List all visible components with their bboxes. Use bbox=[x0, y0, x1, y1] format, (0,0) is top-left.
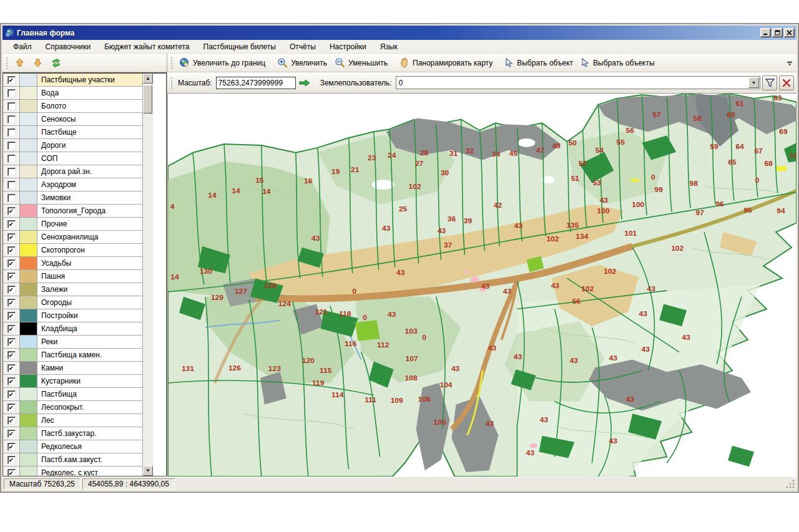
layer-label[interactable]: Лесопокрыт. bbox=[37, 401, 142, 414]
layer-label[interactable]: Кустарники bbox=[37, 375, 142, 387]
layer-row[interactable]: ✔Пастбища bbox=[3, 388, 142, 401]
apply-scale-button[interactable] bbox=[296, 77, 313, 89]
close-button[interactable] bbox=[784, 28, 795, 37]
layer-checkbox[interactable]: ✔ bbox=[7, 299, 16, 307]
layer-checkbox[interactable]: ✔ bbox=[7, 233, 16, 241]
layer-label[interactable]: Пашня bbox=[37, 270, 142, 283]
layer-label[interactable]: Пастб.кам.закуст. bbox=[37, 453, 142, 466]
layer-checkbox[interactable]: ✔ bbox=[7, 312, 16, 320]
combo-dropdown-icon[interactable]: ▼ bbox=[748, 77, 759, 88]
layer-label[interactable]: СОП bbox=[37, 152, 142, 165]
layer-checkbox[interactable]: ✔ bbox=[7, 76, 16, 84]
layer-row[interactable]: ✔Камни bbox=[3, 362, 142, 375]
layer-row[interactable]: ✔Кустарники bbox=[3, 375, 142, 388]
landuser-combobox[interactable]: 0 ▼ bbox=[396, 76, 760, 89]
layer-label[interactable]: Кладбища bbox=[37, 322, 142, 335]
layer-checkbox[interactable]: ✔ bbox=[7, 430, 16, 438]
layer-label[interactable]: Дорога рай.зн. bbox=[37, 165, 142, 178]
layer-row[interactable]: ✔Прочие bbox=[3, 218, 142, 231]
layer-checkbox[interactable]: ✔ bbox=[7, 338, 16, 346]
layer-row[interactable]: ✔Пастбища камен. bbox=[3, 349, 142, 362]
toolbar-grip[interactable] bbox=[170, 77, 172, 89]
layer-row[interactable]: ✔Сенохранилища bbox=[3, 231, 142, 244]
layer-checkbox[interactable]: ✔ bbox=[7, 259, 16, 268]
layer-row[interactable]: ✔Огороды bbox=[3, 296, 142, 309]
layer-label[interactable]: Усадьбы bbox=[37, 257, 142, 269]
toolbar-grip[interactable] bbox=[6, 57, 7, 69]
scroll-thumb[interactable] bbox=[143, 85, 152, 114]
toolbar-grip[interactable] bbox=[170, 57, 172, 69]
layer-row[interactable]: СОП bbox=[3, 152, 142, 165]
layer-refresh-button[interactable] bbox=[47, 57, 66, 69]
layer-checkbox[interactable] bbox=[7, 181, 16, 189]
layer-label[interactable]: Редколес. с куст bbox=[37, 467, 142, 476]
layer-row[interactable]: ✔Лес bbox=[3, 414, 142, 427]
layer-label[interactable]: Сенохранилища bbox=[37, 231, 142, 243]
menu-item[interactable]: Пастбищные билеты bbox=[197, 41, 283, 53]
layer-checkbox[interactable] bbox=[7, 128, 16, 137]
layer-label[interactable]: Реки bbox=[37, 336, 142, 348]
layer-label[interactable]: Залежи bbox=[37, 283, 142, 296]
layer-row[interactable]: Пастбище bbox=[3, 126, 142, 139]
layer-label[interactable]: Огороды bbox=[37, 296, 142, 309]
layer-row[interactable]: ✔Пастбищные участки bbox=[3, 74, 142, 87]
layer-row[interactable]: Дорога рай.зн. bbox=[3, 165, 142, 178]
layer-checkbox[interactable]: ✔ bbox=[7, 417, 16, 425]
scale-input[interactable] bbox=[216, 77, 296, 89]
layer-row[interactable]: ✔Лесопокрыт. bbox=[3, 401, 142, 414]
zoom-out-button[interactable]: Уменьшить bbox=[331, 56, 391, 69]
layer-scrollbar[interactable]: ▲ ▼ bbox=[142, 74, 153, 476]
layer-label[interactable]: Пастбище bbox=[37, 126, 142, 138]
layer-label[interactable]: Пастбищные участки bbox=[37, 74, 142, 86]
layer-checkbox[interactable] bbox=[7, 194, 16, 202]
layer-checkbox[interactable] bbox=[7, 168, 16, 176]
layer-row[interactable]: ✔Постройки bbox=[3, 309, 142, 322]
layer-row[interactable]: ✔Кладбища bbox=[3, 322, 142, 336]
layer-checkbox[interactable]: ✔ bbox=[7, 443, 16, 451]
layer-checkbox[interactable] bbox=[7, 102, 16, 110]
layer-label[interactable]: Редколесья bbox=[37, 440, 142, 453]
layer-label[interactable]: Постройки bbox=[37, 309, 142, 322]
scroll-down-icon[interactable]: ▼ bbox=[143, 466, 153, 476]
layer-checkbox[interactable]: ✔ bbox=[7, 286, 16, 294]
layer-label[interactable]: Пастбища камен. bbox=[37, 349, 142, 361]
layer-row[interactable]: Вода bbox=[3, 87, 142, 100]
layer-label[interactable]: Дороги bbox=[37, 139, 142, 152]
layer-label[interactable]: Аэродром bbox=[37, 178, 142, 191]
layer-checkbox[interactable]: ✔ bbox=[7, 220, 16, 228]
layer-row[interactable]: ✔Редколесья bbox=[3, 440, 142, 453]
toolbar-overflow-icon[interactable]: ▬▾ bbox=[785, 56, 794, 70]
zoom-extent-button[interactable]: Увеличить до границ bbox=[175, 56, 269, 69]
layer-label[interactable]: Зимовки bbox=[37, 191, 142, 204]
pan-button[interactable]: Панорамировать карту bbox=[396, 56, 496, 69]
layer-checkbox[interactable]: ✔ bbox=[7, 377, 16, 385]
scroll-up-icon[interactable]: ▲ bbox=[143, 74, 153, 84]
map-viewport[interactable]: 4141415141619212324272830313210225363943… bbox=[167, 94, 797, 476]
menu-item[interactable]: Отчёты bbox=[283, 41, 323, 53]
layer-row[interactable]: ✔Реки bbox=[3, 336, 142, 349]
menu-item[interactable]: Бюджет жайыт комитета bbox=[97, 41, 196, 53]
layer-row[interactable]: ✔Пастб.закустар. bbox=[3, 427, 142, 440]
layer-checkbox[interactable] bbox=[7, 89, 16, 97]
layer-label[interactable]: Пастб.закустар. bbox=[37, 427, 142, 440]
menu-item[interactable]: Язык bbox=[373, 41, 404, 53]
layer-row[interactable]: Зимовки bbox=[3, 191, 142, 205]
layer-label[interactable]: Топология_Города bbox=[37, 205, 142, 217]
select-objects-button[interactable]: Выбрать объекты bbox=[577, 57, 659, 69]
menu-item[interactable]: Настройки bbox=[323, 41, 373, 53]
maximize-button[interactable] bbox=[772, 28, 783, 37]
zoom-in-button[interactable]: Увеличить bbox=[273, 56, 331, 69]
layer-row[interactable]: ✔Пашня bbox=[3, 270, 142, 283]
layer-label[interactable]: Прочие bbox=[37, 218, 142, 230]
menu-item[interactable]: Файл bbox=[6, 41, 39, 53]
layer-checkbox[interactable]: ✔ bbox=[7, 469, 16, 476]
layer-row[interactable]: ✔Пастб.кам.закуст. bbox=[3, 453, 142, 467]
layer-row[interactable]: ✔Усадьбы bbox=[3, 257, 142, 270]
select-object-button[interactable]: Выбрать объект bbox=[501, 57, 577, 69]
layer-checkbox[interactable]: ✔ bbox=[7, 390, 16, 399]
clear-filter-button[interactable] bbox=[779, 75, 794, 90]
layer-row[interactable]: Сенокосы bbox=[3, 113, 142, 126]
layer-row[interactable]: ✔Топология_Города bbox=[3, 205, 142, 218]
layer-label[interactable]: Скотопрогон bbox=[37, 244, 142, 256]
layer-row[interactable]: ✔Залежи bbox=[3, 283, 142, 296]
